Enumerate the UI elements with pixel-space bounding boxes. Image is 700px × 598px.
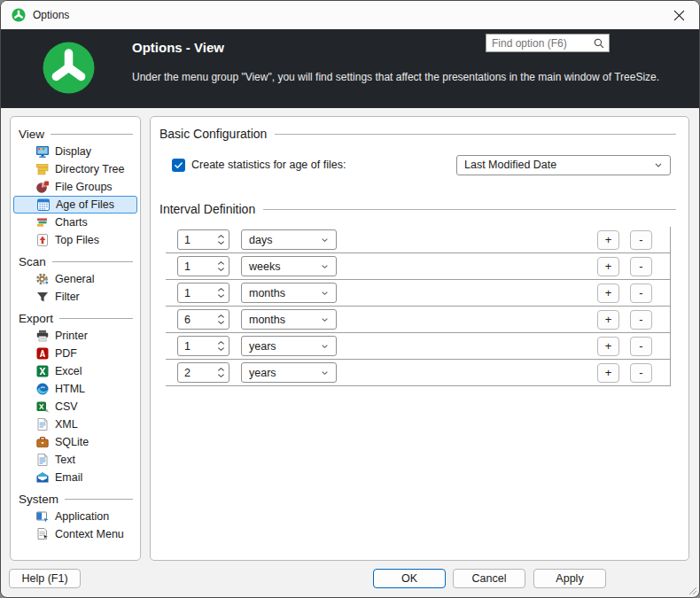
sidebar-item-label: Age of Files — [56, 198, 114, 211]
sidebar-item-csv[interactable]: a, CSV — [11, 398, 140, 415]
combo-value: days — [249, 234, 319, 246]
add-interval-button[interactable]: + — [597, 230, 619, 250]
spinner-arrows-icon[interactable] — [217, 260, 225, 272]
remove-interval-button[interactable]: - — [630, 283, 652, 303]
interval-value-input[interactable] — [178, 234, 208, 246]
dialog-footer: Help (F1) OK Cancel Apply — [1, 559, 699, 597]
pdf-icon — [35, 346, 50, 361]
find-option-search[interactable] — [486, 34, 610, 52]
add-interval-button[interactable]: + — [597, 310, 619, 330]
sidebar-item-top-files[interactable]: Top Files — [11, 231, 140, 249]
chevron-down-icon — [319, 234, 331, 245]
sidebar-item-label: File Groups — [55, 181, 113, 193]
add-interval-button[interactable]: + — [597, 363, 619, 383]
sidebar-item-filter[interactable]: Filter — [11, 288, 140, 306]
checkmark-icon — [174, 160, 183, 170]
close-button[interactable] — [658, 1, 699, 29]
sidebar-item-display[interactable]: Display — [11, 143, 140, 160]
chevron-down-icon — [319, 287, 331, 299]
basic-configuration-header: Basic Configuration — [159, 126, 678, 142]
search-icon — [593, 37, 605, 50]
sidebar-item-label: XML — [55, 418, 78, 431]
interval-definition-header: Interval Definition — [159, 201, 678, 217]
sidebar-item-html[interactable]: HTML — [11, 380, 140, 398]
resize-grip[interactable] — [688, 586, 697, 595]
title-bar: Options — [1, 1, 699, 29]
add-interval-button[interactable]: + — [597, 283, 619, 303]
add-interval-button[interactable]: + — [597, 337, 619, 356]
sidebar-item-application[interactable]: Application — [11, 508, 140, 525]
combo-value: months — [249, 314, 319, 326]
sidebar-item-label: Excel — [55, 365, 82, 377]
sidebar-item-label: General — [55, 273, 94, 285]
interval-unit-select[interactable]: years — [241, 362, 337, 383]
html-edge-icon — [35, 382, 50, 396]
interval-value-spinner[interactable] — [177, 283, 229, 303]
sidebar-item-email[interactable]: Email — [11, 469, 140, 486]
create-statistics-checkbox[interactable] — [172, 159, 185, 172]
search-input[interactable] — [486, 37, 593, 50]
display-icon — [35, 144, 50, 159]
apply-button[interactable]: Apply — [533, 569, 606, 588]
interval-unit-select[interactable]: days — [241, 229, 337, 250]
age-statistics-row: Create statistics for age of files: Last… — [172, 154, 671, 175]
interval-value-spinner[interactable] — [177, 229, 229, 250]
sidebar-item-pdf[interactable]: PDF — [11, 345, 140, 362]
combo-value: years — [249, 367, 319, 379]
interval-unit-select[interactable]: months — [241, 309, 337, 330]
interval-value-spinner[interactable] — [177, 309, 229, 330]
gear-icon — [35, 272, 50, 286]
help-button[interactable]: Help (F1) — [9, 569, 81, 588]
interval-value-spinner[interactable] — [177, 336, 229, 356]
spinner-arrows-icon[interactable] — [217, 314, 225, 325]
charts-icon — [35, 215, 50, 229]
sidebar-item-file-groups[interactable]: File Groups — [11, 178, 140, 196]
remove-interval-button[interactable]: - — [630, 310, 652, 330]
remove-interval-button[interactable]: - — [630, 337, 652, 356]
settings-panel: Basic Configuration Create statistics fo… — [150, 116, 689, 561]
interval-unit-select[interactable]: months — [241, 283, 337, 303]
remove-interval-button[interactable]: - — [630, 257, 652, 276]
interval-unit-select[interactable]: years — [241, 336, 337, 356]
interval-value-spinner[interactable] — [177, 362, 229, 383]
spinner-arrows-icon[interactable] — [217, 234, 225, 245]
remove-interval-button[interactable]: - — [630, 363, 652, 383]
interval-row: months + - — [166, 307, 670, 333]
sidebar-item-label: PDF — [55, 347, 77, 360]
spinner-arrows-icon[interactable] — [217, 287, 225, 299]
sidebar-item-directory-tree[interactable]: Directory Tree — [11, 160, 140, 178]
sidebar-item-label: Filter — [55, 291, 80, 303]
sidebar-item-context-menu[interactable]: Context Menu — [11, 525, 140, 543]
interval-value-input[interactable] — [178, 367, 208, 379]
email-icon — [35, 470, 50, 485]
interval-value-input[interactable] — [178, 287, 208, 299]
sidebar-item-label: Directory Tree — [55, 163, 125, 175]
combo-value: years — [249, 340, 319, 353]
sidebar-item-label: SQLite — [55, 436, 89, 448]
add-interval-button[interactable]: + — [597, 257, 619, 276]
interval-unit-select[interactable]: weeks — [241, 256, 337, 276]
sidebar-item-text[interactable]: Text — [11, 451, 140, 469]
cancel-button[interactable]: Cancel — [453, 569, 525, 588]
top-files-icon — [35, 233, 50, 247]
interval-value-spinner[interactable] — [177, 256, 229, 276]
sidebar-item-general[interactable]: General — [11, 270, 140, 288]
interval-value-input[interactable] — [178, 260, 208, 273]
combo-value: weeks — [249, 260, 319, 273]
spinner-arrows-icon[interactable] — [217, 367, 225, 378]
sidebar-item-sqlite[interactable]: SQLite — [11, 433, 140, 451]
remove-interval-button[interactable]: - — [630, 230, 652, 250]
ok-button[interactable]: OK — [373, 569, 446, 588]
sidebar-item-xml[interactable]: XML — [11, 415, 140, 433]
sidebar-item-charts[interactable]: Charts — [11, 214, 140, 231]
interval-value-input[interactable] — [178, 314, 208, 326]
sidebar-item-excel[interactable]: Excel — [11, 362, 140, 380]
spinner-arrows-icon[interactable] — [217, 340, 225, 352]
age-basis-select[interactable]: Last Modified Date — [456, 155, 671, 175]
combo-value: months — [249, 287, 319, 299]
sidebar-item-age-of-files[interactable]: Age of Files — [13, 196, 137, 214]
sidebar-item-printer[interactable]: Printer — [11, 327, 140, 345]
interval-value-input[interactable] — [178, 340, 208, 353]
window-title: Options — [33, 9, 69, 21]
create-statistics-label: Create statistics for age of files: — [191, 159, 346, 171]
